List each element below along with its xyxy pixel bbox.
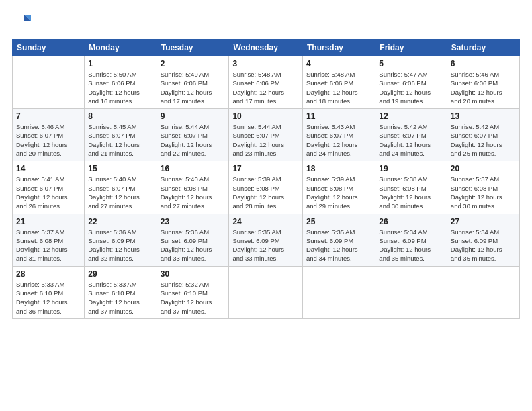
day-number: 3 xyxy=(232,59,299,68)
week-row-5: 28Sunrise: 5:33 AMSunset: 6:10 PMDayligh… xyxy=(13,266,520,318)
day-info: Sunrise: 5:34 AMSunset: 6:09 PMDaylight:… xyxy=(451,228,516,263)
day-number: 28 xyxy=(16,269,81,279)
calendar-cell xyxy=(375,266,447,318)
calendar-cell: 26Sunrise: 5:34 AMSunset: 6:09 PMDayligh… xyxy=(375,214,447,266)
calendar-cell xyxy=(229,266,303,318)
calendar-cell: 13Sunrise: 5:42 AMSunset: 6:07 PMDayligh… xyxy=(447,109,519,161)
calendar-cell: 16Sunrise: 5:40 AMSunset: 6:08 PMDayligh… xyxy=(157,161,229,214)
day-number: 17 xyxy=(232,164,299,173)
day-info: Sunrise: 5:39 AMSunset: 6:08 PMDaylight:… xyxy=(306,175,371,210)
calendar-cell xyxy=(13,56,85,109)
calendar-table: SundayMondayTuesdayWednesdayThursdayFrid… xyxy=(12,39,520,319)
day-info: Sunrise: 5:33 AMSunset: 6:10 PMDaylight:… xyxy=(88,280,152,316)
calendar-cell: 23Sunrise: 5:36 AMSunset: 6:09 PMDayligh… xyxy=(157,214,229,266)
day-number: 13 xyxy=(451,111,516,121)
logo-icon xyxy=(12,12,32,32)
day-number: 14 xyxy=(16,164,81,173)
day-number: 22 xyxy=(88,217,152,226)
day-info: Sunrise: 5:37 AMSunset: 6:08 PMDaylight:… xyxy=(451,175,516,210)
calendar-cell: 28Sunrise: 5:33 AMSunset: 6:10 PMDayligh… xyxy=(13,266,85,318)
day-number: 15 xyxy=(88,164,152,173)
day-number: 16 xyxy=(161,164,226,173)
day-number: 19 xyxy=(379,164,443,173)
calendar-cell: 7Sunrise: 5:46 AMSunset: 6:07 PMDaylight… xyxy=(13,109,85,161)
day-number: 9 xyxy=(161,111,226,121)
day-number: 30 xyxy=(161,269,226,279)
day-number: 24 xyxy=(232,217,299,226)
calendar-cell: 2Sunrise: 5:49 AMSunset: 6:06 PMDaylight… xyxy=(157,56,229,109)
logo xyxy=(12,12,35,32)
day-info: Sunrise: 5:42 AMSunset: 6:07 PMDaylight:… xyxy=(451,122,516,158)
day-info: Sunrise: 5:42 AMSunset: 6:07 PMDaylight:… xyxy=(379,122,443,158)
weekday-header-sunday: Sunday xyxy=(13,40,85,56)
day-number: 21 xyxy=(16,217,81,226)
calendar-cell: 18Sunrise: 5:39 AMSunset: 6:08 PMDayligh… xyxy=(303,161,375,214)
calendar-cell xyxy=(303,266,375,318)
weekday-header-monday: Monday xyxy=(85,40,157,56)
day-info: Sunrise: 5:49 AMSunset: 6:06 PMDaylight:… xyxy=(161,70,226,105)
calendar-cell: 20Sunrise: 5:37 AMSunset: 6:08 PMDayligh… xyxy=(447,161,519,214)
calendar-cell: 14Sunrise: 5:41 AMSunset: 6:07 PMDayligh… xyxy=(13,161,85,214)
day-number: 27 xyxy=(451,217,516,226)
calendar-cell: 8Sunrise: 5:45 AMSunset: 6:07 PMDaylight… xyxy=(85,109,157,161)
day-number: 6 xyxy=(451,59,516,68)
day-number: 5 xyxy=(379,59,443,68)
calendar-cell: 6Sunrise: 5:46 AMSunset: 6:06 PMDaylight… xyxy=(447,56,519,109)
week-row-1: 1Sunrise: 5:50 AMSunset: 6:06 PMDaylight… xyxy=(13,56,520,109)
day-number: 4 xyxy=(306,59,371,68)
day-info: Sunrise: 5:46 AMSunset: 6:07 PMDaylight:… xyxy=(16,122,81,158)
day-info: Sunrise: 5:44 AMSunset: 6:07 PMDaylight:… xyxy=(161,122,226,158)
calendar-cell: 19Sunrise: 5:38 AMSunset: 6:08 PMDayligh… xyxy=(375,161,447,214)
calendar-cell: 21Sunrise: 5:37 AMSunset: 6:08 PMDayligh… xyxy=(13,214,85,266)
day-number: 18 xyxy=(306,164,371,173)
day-info: Sunrise: 5:35 AMSunset: 6:09 PMDaylight:… xyxy=(232,228,299,263)
weekday-header-row: SundayMondayTuesdayWednesdayThursdayFrid… xyxy=(13,40,520,56)
day-info: Sunrise: 5:33 AMSunset: 6:10 PMDaylight:… xyxy=(16,280,81,316)
weekday-header-wednesday: Wednesday xyxy=(229,40,303,56)
day-info: Sunrise: 5:32 AMSunset: 6:10 PMDaylight:… xyxy=(161,280,226,316)
calendar-cell: 27Sunrise: 5:34 AMSunset: 6:09 PMDayligh… xyxy=(447,214,519,266)
day-info: Sunrise: 5:48 AMSunset: 6:06 PMDaylight:… xyxy=(306,70,371,105)
day-info: Sunrise: 5:48 AMSunset: 6:06 PMDaylight:… xyxy=(232,70,299,105)
week-row-2: 7Sunrise: 5:46 AMSunset: 6:07 PMDaylight… xyxy=(13,109,520,161)
calendar-cell: 5Sunrise: 5:47 AMSunset: 6:06 PMDaylight… xyxy=(375,56,447,109)
day-info: Sunrise: 5:43 AMSunset: 6:07 PMDaylight:… xyxy=(306,122,371,158)
day-number: 10 xyxy=(232,111,299,121)
calendar-cell: 30Sunrise: 5:32 AMSunset: 6:10 PMDayligh… xyxy=(157,266,229,318)
calendar-cell: 22Sunrise: 5:36 AMSunset: 6:09 PMDayligh… xyxy=(85,214,157,266)
calendar-cell: 11Sunrise: 5:43 AMSunset: 6:07 PMDayligh… xyxy=(303,109,375,161)
day-info: Sunrise: 5:36 AMSunset: 6:09 PMDaylight:… xyxy=(88,228,152,263)
day-number: 29 xyxy=(88,269,152,279)
calendar-cell: 4Sunrise: 5:48 AMSunset: 6:06 PMDaylight… xyxy=(303,56,375,109)
day-info: Sunrise: 5:45 AMSunset: 6:07 PMDaylight:… xyxy=(88,122,152,158)
page: SundayMondayTuesdayWednesdayThursdayFrid… xyxy=(0,0,532,411)
day-number: 12 xyxy=(379,111,443,121)
calendar-cell: 17Sunrise: 5:39 AMSunset: 6:08 PMDayligh… xyxy=(229,161,303,214)
calendar-cell: 25Sunrise: 5:35 AMSunset: 6:09 PMDayligh… xyxy=(303,214,375,266)
day-info: Sunrise: 5:38 AMSunset: 6:08 PMDaylight:… xyxy=(379,175,443,210)
day-number: 26 xyxy=(379,217,443,226)
calendar-cell: 9Sunrise: 5:44 AMSunset: 6:07 PMDaylight… xyxy=(157,109,229,161)
day-number: 25 xyxy=(306,217,371,226)
weekday-header-tuesday: Tuesday xyxy=(157,40,229,56)
day-number: 23 xyxy=(161,217,226,226)
day-number: 20 xyxy=(451,164,516,173)
day-info: Sunrise: 5:36 AMSunset: 6:09 PMDaylight:… xyxy=(161,228,226,263)
weekday-header-friday: Friday xyxy=(375,40,447,56)
calendar-cell: 29Sunrise: 5:33 AMSunset: 6:10 PMDayligh… xyxy=(85,266,157,318)
day-number: 8 xyxy=(88,111,152,121)
day-info: Sunrise: 5:37 AMSunset: 6:08 PMDaylight:… xyxy=(16,228,81,263)
day-number: 11 xyxy=(306,111,371,121)
weekday-header-saturday: Saturday xyxy=(447,40,519,56)
week-row-4: 21Sunrise: 5:37 AMSunset: 6:08 PMDayligh… xyxy=(13,214,520,266)
day-number: 2 xyxy=(161,59,226,68)
day-info: Sunrise: 5:40 AMSunset: 6:07 PMDaylight:… xyxy=(88,175,152,210)
day-number: 1 xyxy=(88,59,152,68)
day-info: Sunrise: 5:35 AMSunset: 6:09 PMDaylight:… xyxy=(306,228,371,263)
day-number: 7 xyxy=(16,111,81,121)
weekday-header-thursday: Thursday xyxy=(303,40,375,56)
day-info: Sunrise: 5:41 AMSunset: 6:07 PMDaylight:… xyxy=(16,175,81,210)
calendar-cell: 12Sunrise: 5:42 AMSunset: 6:07 PMDayligh… xyxy=(375,109,447,161)
day-info: Sunrise: 5:34 AMSunset: 6:09 PMDaylight:… xyxy=(379,228,443,263)
day-info: Sunrise: 5:40 AMSunset: 6:08 PMDaylight:… xyxy=(161,175,226,210)
